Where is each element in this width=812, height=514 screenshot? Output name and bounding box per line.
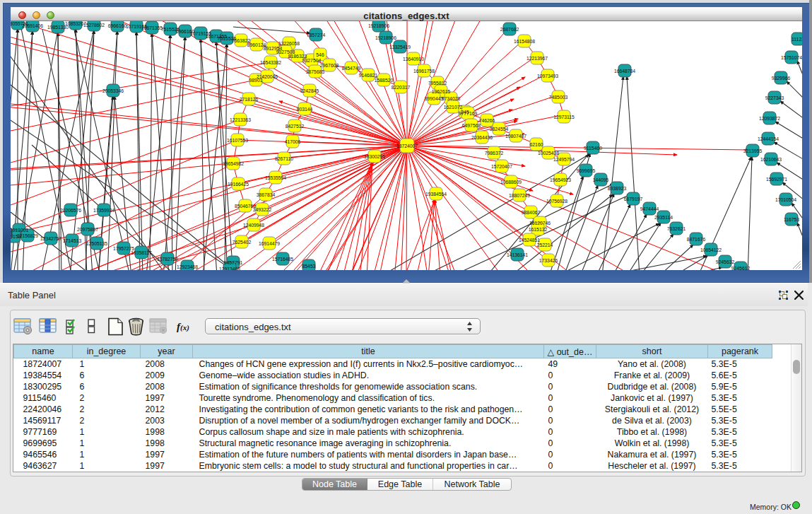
svg-text:19218906: 19218906 bbox=[375, 35, 396, 40]
svg-text:15716485: 15716485 bbox=[272, 257, 293, 262]
svg-text:9115460: 9115460 bbox=[584, 146, 602, 151]
svg-text:8427512: 8427512 bbox=[286, 124, 305, 129]
svg-text:19218906: 19218906 bbox=[368, 23, 389, 28]
svg-text:116753: 116753 bbox=[784, 217, 799, 222]
svg-text:20206576: 20206576 bbox=[60, 208, 81, 213]
svg-text:12923468: 12923468 bbox=[177, 264, 198, 269]
svg-text:12505135: 12505135 bbox=[86, 241, 107, 246]
svg-text:2718126: 2718126 bbox=[240, 97, 259, 102]
svg-text:144095: 144095 bbox=[593, 177, 609, 182]
svg-text:13226058: 13226058 bbox=[278, 41, 300, 46]
svg-text:746266: 746266 bbox=[479, 118, 495, 123]
svg-text:7632621: 7632621 bbox=[667, 226, 686, 231]
svg-text:13325419: 13325419 bbox=[389, 45, 411, 49]
svg-text:16782759: 16782759 bbox=[157, 257, 178, 262]
svg-text:14136141: 14136141 bbox=[507, 252, 528, 257]
svg-text:12213967: 12213967 bbox=[526, 56, 548, 61]
svg-text:62160: 62160 bbox=[530, 142, 543, 147]
svg-text:13535594: 13535594 bbox=[265, 175, 286, 180]
svg-text:7955812: 7955812 bbox=[428, 81, 447, 86]
svg-text:16543382: 16543382 bbox=[260, 60, 281, 65]
svg-text:15720407: 15720407 bbox=[491, 164, 512, 169]
svg-text:6497568: 6497568 bbox=[462, 123, 481, 128]
svg-text:2935114: 2935114 bbox=[654, 215, 673, 220]
svg-text:20691406: 20691406 bbox=[22, 23, 43, 28]
svg-text:7485003: 7485003 bbox=[549, 95, 568, 100]
svg-text:12973115: 12973115 bbox=[553, 115, 575, 119]
svg-text:7857274: 7857274 bbox=[307, 33, 326, 37]
svg-text:11123: 11123 bbox=[792, 37, 802, 42]
svg-text:19384554: 19384554 bbox=[425, 192, 447, 197]
svg-text:9474444: 9474444 bbox=[640, 206, 659, 211]
svg-text:16914479: 16914479 bbox=[259, 241, 280, 246]
svg-text:9227343: 9227343 bbox=[765, 95, 784, 100]
svg-text:10688609: 10688609 bbox=[500, 180, 522, 185]
svg-text:8990443: 8990443 bbox=[425, 96, 444, 101]
svg-text:16210643: 16210643 bbox=[760, 157, 782, 162]
svg-text:19654923: 19654923 bbox=[550, 177, 571, 182]
svg-text:10756928: 10756928 bbox=[546, 199, 567, 204]
svg-text:7625402: 7625402 bbox=[233, 240, 252, 245]
svg-text:8220317: 8220317 bbox=[392, 85, 411, 90]
svg-text:16107553: 16107553 bbox=[227, 138, 248, 143]
svg-text:3867834: 3867834 bbox=[257, 192, 276, 197]
svg-text:1588520: 1588520 bbox=[375, 78, 394, 83]
svg-text:8454749: 8454749 bbox=[342, 66, 361, 71]
svg-text:12093872: 12093872 bbox=[759, 116, 780, 121]
svg-text:16154808: 16154808 bbox=[514, 39, 535, 44]
svg-text:1615132: 1615132 bbox=[529, 227, 548, 232]
svg-text:2967608: 2967608 bbox=[320, 63, 339, 68]
svg-text:252214: 252214 bbox=[537, 243, 553, 247]
svg-text:417006: 417006 bbox=[285, 139, 301, 144]
svg-text:10025438: 10025438 bbox=[538, 151, 559, 156]
svg-text:3013001: 3013001 bbox=[11, 228, 28, 233]
svg-text:8267110: 8267110 bbox=[275, 156, 293, 161]
svg-text:(x): (x) bbox=[180, 323, 189, 332]
svg-text:1362615: 1362615 bbox=[432, 89, 451, 94]
svg-text:16671355: 16671355 bbox=[141, 25, 163, 30]
svg-text:1714513: 1714513 bbox=[63, 238, 82, 243]
svg-text:546: 546 bbox=[316, 52, 324, 57]
svg-text:3213955: 3213955 bbox=[743, 148, 763, 153]
svg-text:10807487: 10807487 bbox=[505, 134, 526, 139]
svg-text:1733426: 1733426 bbox=[539, 258, 558, 263]
svg-text:12409948: 12409948 bbox=[243, 223, 264, 228]
svg-text:16648784: 16648784 bbox=[614, 69, 635, 74]
svg-text:9327504: 9327504 bbox=[302, 58, 322, 63]
svg-text:20364436: 20364436 bbox=[471, 135, 493, 140]
svg-text:15751074: 15751074 bbox=[781, 55, 802, 60]
svg-text:9777169: 9777169 bbox=[459, 111, 478, 116]
svg-text:12495794: 12495794 bbox=[553, 157, 575, 162]
svg-text:18300295: 18300295 bbox=[364, 154, 385, 159]
svg-text:9734028: 9734028 bbox=[442, 96, 461, 101]
svg-text:9457791: 9457791 bbox=[224, 260, 243, 265]
svg-text:18724007: 18724007 bbox=[396, 144, 418, 148]
svg-text:9699695: 9699695 bbox=[577, 168, 596, 173]
svg-text:6879197: 6879197 bbox=[624, 197, 643, 201]
svg-text:13640910: 13640910 bbox=[403, 57, 424, 62]
svg-text:9146821: 9146821 bbox=[359, 73, 378, 78]
svg-text:12213363: 12213363 bbox=[230, 117, 251, 122]
svg-text:9884067: 9884067 bbox=[522, 210, 541, 215]
svg-text:9329966: 9329966 bbox=[772, 76, 791, 81]
svg-text:12913468: 12913468 bbox=[219, 267, 240, 271]
svg-text:7986372: 7986372 bbox=[485, 151, 504, 156]
svg-text:803144: 803144 bbox=[297, 107, 313, 112]
svg-text:1621072: 1621072 bbox=[444, 105, 463, 110]
svg-text:9245612: 9245612 bbox=[731, 266, 751, 271]
svg-text:20053346: 20053346 bbox=[102, 88, 124, 93]
svg-text:16120746: 16120746 bbox=[529, 221, 551, 226]
svg-text:9242845: 9242845 bbox=[300, 88, 319, 93]
svg-text:3824554: 3824554 bbox=[490, 127, 509, 132]
svg-text:19166425: 19166425 bbox=[228, 182, 249, 187]
svg-text:12156829: 12156829 bbox=[17, 233, 38, 238]
svg-text:17359934: 17359934 bbox=[93, 208, 114, 213]
svg-text:16961758: 16961758 bbox=[413, 69, 435, 74]
svg-text:8471676: 8471676 bbox=[687, 237, 706, 242]
svg-text:18807249: 18807249 bbox=[509, 193, 530, 198]
svg-text:3875685: 3875685 bbox=[306, 69, 325, 74]
svg-text:20975867: 20975867 bbox=[77, 227, 98, 232]
svg-text:10973493: 10973493 bbox=[537, 74, 558, 78]
svg-text:12342757: 12342757 bbox=[40, 236, 61, 241]
svg-text:2687682: 2687682 bbox=[500, 27, 519, 32]
